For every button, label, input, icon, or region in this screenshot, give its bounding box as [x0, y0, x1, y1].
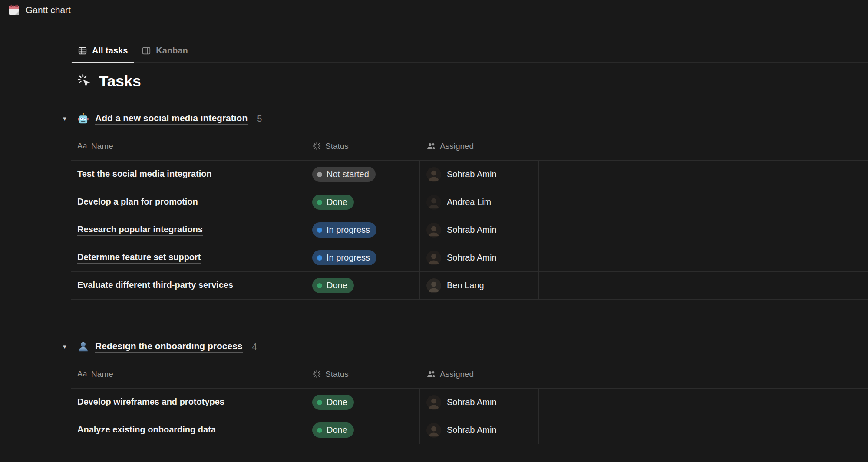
text-type-icon: Aa — [77, 142, 87, 151]
column-header-empty — [539, 360, 868, 389]
status-pill[interactable]: Done — [312, 395, 354, 410]
name-cell[interactable]: Test the social media integration — [71, 161, 304, 188]
empty-cell[interactable] — [539, 389, 868, 416]
assigned-cell[interactable]: Sohrab Amin — [420, 389, 539, 416]
column-header-empty — [539, 132, 868, 161]
table-header-row: Aa Name Status — [71, 132, 868, 161]
person-silhouette-emoji-icon — [77, 341, 89, 353]
tab-label: Kanban — [156, 46, 188, 56]
group-count: 5 — [257, 114, 262, 124]
group-collapse-toggle[interactable]: ▼ — [58, 340, 71, 353]
empty-cell[interactable] — [539, 416, 868, 444]
task-title[interactable]: Develop a plan for promotion — [77, 197, 198, 208]
column-label: Status — [325, 370, 349, 379]
status-pill[interactable]: Done — [312, 278, 354, 293]
status-cell[interactable]: Done — [304, 272, 420, 300]
empty-cell[interactable] — [539, 188, 868, 216]
status-spinner-icon — [312, 142, 321, 151]
breadcrumb[interactable]: Gantt chart — [8, 4, 71, 16]
assigned-cell[interactable]: Sohrab Amin — [420, 216, 539, 244]
assigned-cell[interactable]: Andrea Lim — [420, 188, 539, 216]
board-view-icon — [142, 46, 151, 56]
task-title[interactable]: Evaluate different third-party services — [77, 280, 233, 291]
column-header-assigned[interactable]: Assigned — [420, 132, 539, 161]
status-cell[interactable]: In progress — [304, 244, 420, 272]
avatar — [426, 167, 441, 182]
table-row: Analyze existing onboarding data Done So… — [71, 416, 868, 444]
name-cell[interactable]: Analyze existing onboarding data — [71, 416, 304, 444]
assigned-cell[interactable]: Sohrab Amin — [420, 244, 539, 272]
group-title[interactable]: Redesign the onboarding process — [95, 341, 243, 353]
status-cell[interactable]: Done — [304, 188, 420, 216]
status-cell[interactable]: Not started — [304, 161, 420, 188]
task-title[interactable]: Develop wireframes and prototypes — [77, 397, 224, 408]
empty-cell[interactable] — [539, 161, 868, 188]
column-label: Assigned — [440, 370, 474, 379]
name-cell[interactable]: Evaluate different third-party services — [71, 272, 304, 300]
click-burst-icon — [77, 74, 92, 89]
assignee-name: Andrea Lim — [447, 197, 491, 207]
assigned-cell[interactable]: Sohrab Amin — [420, 416, 539, 444]
task-title[interactable]: Analyze existing onboarding data — [77, 425, 216, 436]
group-title[interactable]: Add a new social media integration — [95, 113, 248, 125]
status-pill[interactable]: In progress — [312, 250, 376, 265]
column-header-assigned[interactable]: Assigned — [420, 360, 539, 389]
tab-all-tasks[interactable]: All tasks — [71, 40, 135, 62]
task-title[interactable]: Research popular integrations — [77, 224, 203, 236]
robot-emoji-icon — [77, 113, 89, 125]
status-cell[interactable]: Done — [304, 389, 420, 416]
table-row: Develop wireframes and prototypes Done S… — [71, 389, 868, 416]
table-row: Test the social media integration Not st… — [71, 161, 868, 188]
assignee-name: Sohrab Amin — [447, 397, 497, 407]
avatar — [426, 278, 441, 293]
avatar — [426, 423, 441, 438]
empty-cell[interactable] — [539, 272, 868, 300]
name-cell[interactable]: Determine feature set support — [71, 244, 304, 272]
group-header: ▼ Redesign the onboarding process 4 — [77, 337, 868, 356]
status-pill[interactable]: Not started — [312, 167, 376, 182]
view-tab-bar: All tasks Kanban — [71, 37, 868, 63]
status-cell[interactable]: Done — [304, 416, 420, 444]
spiral-calendar-emoji-icon — [8, 4, 20, 16]
assigned-cell[interactable]: Ben Lang — [420, 272, 539, 300]
assignee-name: Sohrab Amin — [447, 425, 497, 435]
group-count: 4 — [252, 342, 257, 352]
name-cell[interactable]: Develop a plan for promotion — [71, 188, 304, 216]
table-header-row: Aa Name Status — [71, 360, 868, 389]
status-spinner-icon — [312, 370, 321, 379]
assignee-name: Ben Lang — [447, 280, 484, 290]
column-label: Name — [91, 370, 113, 379]
status-pill[interactable]: Done — [312, 422, 354, 438]
empty-cell[interactable] — [539, 244, 868, 272]
avatar — [426, 395, 441, 410]
column-header-status[interactable]: Status — [304, 360, 420, 389]
tab-kanban[interactable]: Kanban — [135, 40, 195, 62]
column-header-status[interactable]: Status — [304, 132, 420, 161]
column-label: Status — [325, 142, 349, 151]
table-row: Determine feature set support In progres… — [71, 244, 868, 272]
status-pill[interactable]: In progress — [312, 222, 376, 238]
name-cell[interactable]: Develop wireframes and prototypes — [71, 389, 304, 416]
name-cell[interactable]: Research popular integrations — [71, 216, 304, 244]
assignee-name: Sohrab Amin — [447, 169, 497, 179]
task-title[interactable]: Determine feature set support — [77, 252, 201, 264]
table-row: Research popular integrations In progres… — [71, 216, 868, 244]
assigned-cell[interactable]: Sohrab Amin — [420, 161, 539, 188]
database-title-row: Tasks — [77, 71, 868, 91]
column-header-name[interactable]: Aa Name — [71, 360, 304, 389]
database-title[interactable]: Tasks — [99, 73, 141, 90]
status-dot-icon — [317, 400, 322, 405]
avatar — [426, 251, 441, 265]
status-dot-icon — [317, 200, 322, 205]
table-row: Evaluate different third-party services … — [71, 272, 868, 300]
tasks-table: Aa Name Status — [71, 360, 868, 444]
table-view-icon — [78, 46, 87, 56]
empty-cell[interactable] — [539, 216, 868, 244]
column-header-name[interactable]: Aa Name — [71, 132, 304, 161]
group-collapse-toggle[interactable]: ▼ — [58, 112, 71, 125]
task-title[interactable]: Test the social media integration — [77, 169, 212, 180]
page-title: Gantt chart — [26, 5, 71, 15]
status-dot-icon — [317, 228, 322, 233]
status-cell[interactable]: In progress — [304, 216, 420, 244]
status-pill[interactable]: Done — [312, 195, 354, 210]
